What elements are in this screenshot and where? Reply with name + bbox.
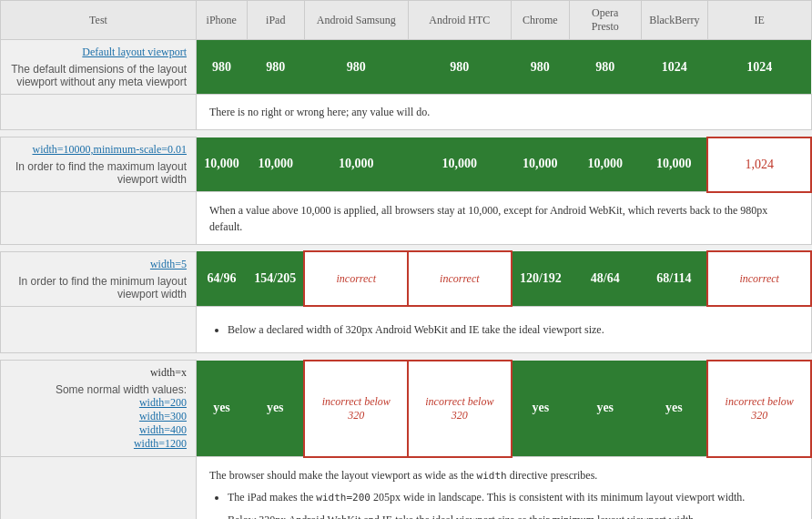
col-android-samsung: Android Samsung: [304, 1, 408, 40]
row-3-label-text: width=x: [150, 366, 187, 379]
row-2-desc-label: [1, 306, 197, 353]
row-0-label-sub: The default dimensions of the layout vie…: [10, 63, 187, 88]
link-width=400[interactable]: width=400: [10, 423, 187, 437]
row-0-desc-label: [1, 95, 197, 130]
row-0-val-3: 980: [408, 40, 512, 95]
row-0-val-6: 1024: [641, 40, 707, 95]
row-3-bullet-0: The iPad makes the width=200 205px wide …: [228, 489, 798, 506]
row-0-val-5: 980: [569, 40, 641, 95]
row-3-label: width=xSome normal width values:width=20…: [1, 361, 197, 457]
row-3-bullet-1: Below 320px Android WebKit and IE take t…: [228, 512, 798, 520]
row-2-desc: Below a declared width of 320px Android …: [197, 306, 812, 353]
col-opera: Opera Presto: [569, 1, 641, 40]
row-2-bullet-0: Below a declared width of 320px Android …: [228, 321, 798, 338]
row-2-val-2: incorrect: [304, 251, 408, 306]
row-0-desc-text: There is no right or wrong here; any val…: [209, 104, 798, 120]
row-2-label-sub: In order to find the minimum layout view…: [10, 275, 187, 300]
row-0-val-1: 980: [247, 40, 304, 95]
row-3-val-0: yes: [197, 361, 248, 457]
row-1-desc-text: When a value above 10,000 is applied, al…: [209, 202, 798, 235]
main-container: Test iPhone iPad Android Samsung Android…: [0, 0, 812, 519]
row-2-val-6: 68/114: [641, 251, 707, 306]
row-2-val-1: 154/205: [247, 251, 304, 306]
col-test: Test: [1, 1, 197, 40]
row-0-val-4: 980: [512, 40, 569, 95]
col-ipad: iPad: [247, 1, 304, 40]
row-3-desc-label: [1, 457, 197, 520]
row-1-val-5: 10,000: [569, 137, 641, 192]
row-3-desc: The browser should make the layout viewp…: [197, 457, 812, 520]
row-2-val-0: 64/96: [197, 251, 248, 306]
inline-code: width: [477, 470, 507, 482]
row-0-label: Default layout viewportThe default dimen…: [1, 40, 197, 95]
row-2-label: width=5In order to find the minimum layo…: [1, 251, 197, 306]
row-3-val-4: yes: [512, 361, 569, 457]
row-1-link[interactable]: width=10000,minimum-scale=0.01: [32, 143, 187, 156]
row-0-val-2: 980: [304, 40, 408, 95]
row-1-desc-label: [1, 192, 197, 245]
row-0-link[interactable]: Default layout viewport: [82, 46, 187, 58]
row-3-val-5: yes: [569, 361, 641, 457]
row-2-val-4: 120/192: [512, 251, 569, 306]
row-1-val-6: 10,000: [641, 137, 707, 192]
row-2-link[interactable]: width=5: [150, 258, 187, 270]
row-1-val-4: 10,000: [512, 137, 569, 192]
row-3-val-1: yes: [247, 361, 304, 457]
row-0-val-0: 980: [197, 40, 248, 95]
row-3-val-7: incorrect below 320: [707, 361, 811, 457]
col-blackberry: BlackBerry: [641, 1, 707, 40]
row-3-label-sub: Some normal width values:: [10, 383, 187, 396]
row-1-val-0: 10,000: [197, 137, 248, 192]
row-1-val-7: 1,024: [707, 137, 811, 192]
row-3-val-2: incorrect below 320: [304, 361, 408, 457]
link-width=300[interactable]: width=300: [10, 410, 187, 423]
row-1-val-1: 10,000: [247, 137, 304, 192]
row-3-val-6: yes: [641, 361, 707, 457]
row-0-desc: There is no right or wrong here; any val…: [197, 95, 812, 130]
compatibility-table: Test iPhone iPad Android Samsung Android…: [0, 0, 812, 519]
col-ie: IE: [707, 1, 811, 40]
link-width=1200[interactable]: width=1200: [10, 437, 187, 451]
col-chrome: Chrome: [512, 1, 569, 40]
row-2-val-3: incorrect: [408, 251, 512, 306]
row-2-val-5: 48/64: [569, 251, 641, 306]
col-iphone: iPhone: [197, 1, 248, 40]
row-1-label-sub: In order to find the maximum layout view…: [10, 160, 187, 186]
row-1-desc: When a value above 10,000 is applied, al…: [197, 192, 812, 245]
row-1-label: width=10000,minimum-scale=0.01In order t…: [1, 137, 197, 192]
row-2-val-7: incorrect: [707, 251, 811, 306]
row-1-val-3: 10,000: [408, 137, 512, 192]
link-width=200[interactable]: width=200: [10, 396, 187, 410]
row-3-val-3: incorrect below 320: [408, 361, 512, 457]
row-0-val-7: 1024: [707, 40, 811, 95]
row-3-desc-main: The browser should make the layout viewp…: [209, 467, 798, 484]
col-android-htc: Android HTC: [408, 1, 512, 40]
row-1-val-2: 10,000: [304, 137, 408, 192]
